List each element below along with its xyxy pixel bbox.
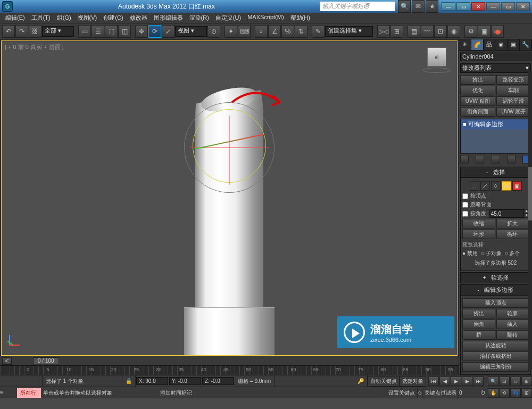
byangle-checkbox[interactable]: 按角度:	[462, 210, 488, 217]
btn-extrudespline[interactable]: 沿样条线挤出	[462, 351, 529, 361]
byvertex-checkbox[interactable]: 按顶点	[462, 192, 529, 200]
pctsnap-icon[interactable]: %	[281, 25, 294, 38]
renderframe-icon[interactable]: ▣	[478, 25, 491, 38]
close2-button[interactable]: ✕	[516, 2, 530, 11]
subobj-polygon-icon[interactable]: ■	[502, 181, 511, 191]
maxtoggle-icon[interactable]: ⊞	[521, 388, 532, 398]
viewcube-compass[interactable]	[423, 68, 451, 73]
orbit-icon[interactable]: ⟲	[499, 388, 510, 398]
btn-extrude[interactable]: 挤出	[460, 75, 495, 85]
layers-icon[interactable]: ▤	[408, 25, 420, 38]
menu-edit[interactable]: 编辑(E)	[2, 13, 28, 23]
move-icon[interactable]: ✥	[135, 25, 148, 38]
btn-uvwunwrap[interactable]: UVW 展开	[496, 107, 531, 117]
object-name-input[interactable]	[460, 52, 532, 61]
radio-subobj[interactable]: ○ 子对象	[481, 250, 502, 257]
prev-frame-icon[interactable]: ◀	[439, 377, 450, 386]
btn-inset[interactable]: 插入	[496, 320, 529, 329]
btn-ring[interactable]: 环形	[462, 230, 495, 239]
mini-listener[interactable]	[0, 375, 43, 387]
angle-spinner[interactable]	[489, 209, 525, 218]
btn-insertvertex[interactable]: 插入顶点	[462, 298, 529, 308]
track-bar[interactable]: 05101520253035404550556065707580859095	[0, 365, 459, 375]
subobj-element-icon[interactable]: ▣	[512, 181, 522, 191]
btn-bevelprofile[interactable]: 倒角剖面	[460, 107, 495, 117]
goto-start-icon[interactable]: ⏮	[428, 377, 439, 386]
btn-edittri[interactable]: 编辑三角剖分	[462, 362, 529, 372]
zoom-ext-icon[interactable]: ⊞	[521, 377, 532, 386]
btn-shrink[interactable]: 收缩	[462, 219, 495, 228]
pivot-icon[interactable]: ⊙	[207, 25, 220, 38]
minimize-button[interactable]: —	[442, 2, 455, 11]
front-viewport[interactable]: [ + 0 前 0 真实 + 边面 ] 前	[1, 40, 458, 356]
stack-item-editpoly[interactable]: ■ 可编辑多边形	[461, 119, 530, 129]
undo-icon[interactable]: ↶	[2, 25, 15, 38]
tab-modify-icon[interactable]: 🌈	[471, 39, 484, 50]
restore-button[interactable]: ▭	[501, 2, 515, 11]
radio-off[interactable]: ● 禁用	[462, 250, 478, 257]
btn-bridge[interactable]: 桥	[462, 330, 495, 340]
refcoord-dropdown[interactable]: 视图 ▾	[175, 26, 207, 37]
tab-hierarchy-icon[interactable]: 品	[484, 39, 496, 50]
spinnersnap-icon[interactable]: ⇅	[295, 25, 307, 38]
time-slider[interactable]: < 0 / 100	[0, 356, 459, 365]
viewport-label[interactable]: [ + 0 前 0 真实 + 边面 ]	[5, 43, 64, 51]
selection-filter-dropdown[interactable]: 全部 ▾	[42, 26, 74, 37]
menu-group[interactable]: 组(G)	[54, 13, 74, 23]
tab-create-icon[interactable]: ✳	[459, 39, 471, 50]
menu-modifiers[interactable]: 修改器	[127, 13, 151, 23]
pin-stack-icon[interactable]	[460, 155, 469, 163]
btn-optimize[interactable]: 优化	[460, 86, 495, 95]
btn-bevel[interactable]: 倒角	[462, 320, 495, 329]
maximize-button[interactable]: ▭	[456, 2, 470, 11]
gizmo-y-axis[interactable]	[229, 116, 230, 185]
key-mode-icon[interactable]: ◇	[418, 390, 422, 396]
snap-icon[interactable]: 3	[255, 25, 268, 38]
coord-z[interactable]: Z: -0.0	[202, 377, 234, 385]
rotate-icon[interactable]: ⟳	[148, 25, 161, 38]
current-frame[interactable]: 0	[459, 390, 480, 396]
curveeditor-icon[interactable]: 〰	[421, 25, 434, 38]
goto-end-icon[interactable]: ⏭	[473, 377, 484, 386]
fov-icon[interactable]: ▱	[510, 377, 521, 386]
help-search-input[interactable]: 输入关键字或短语	[320, 2, 395, 11]
panel-scrollbar[interactable]	[528, 71, 532, 370]
btn-flip[interactable]: 翻转	[496, 330, 529, 340]
align-icon[interactable]: ⊞	[390, 25, 403, 38]
btn-outline[interactable]: 轮廓	[496, 309, 529, 318]
tab-motion-icon[interactable]: ◉	[495, 39, 508, 50]
make-unique-icon[interactable]	[492, 155, 500, 163]
tab-utilities-icon[interactable]: 🔧	[520, 39, 532, 50]
btn-loop[interactable]: 循环	[496, 230, 529, 239]
keymode-icon[interactable]: ⌨	[238, 25, 251, 38]
menu-views[interactable]: 视图(V)	[74, 13, 101, 23]
menu-rendering[interactable]: 渲染(R)	[186, 13, 212, 23]
ignoreback-checkbox[interactable]: 忽略背面	[462, 201, 529, 208]
comm-center-icon[interactable]: ✉	[412, 0, 425, 13]
show-end-icon[interactable]	[476, 155, 484, 163]
rendersetup-icon[interactable]: ⚙	[464, 25, 477, 38]
namedselset-dropdown[interactable]: 创建选择集 ▾	[325, 26, 373, 37]
btn-hinge[interactable]: 从边旋转	[462, 341, 529, 350]
autokey-button[interactable]: 自动关键点	[368, 376, 400, 387]
menu-maxscript[interactable]: MAXScript(M)	[244, 13, 287, 23]
subobj-vertex-icon[interactable]: ∴	[470, 181, 479, 191]
modifier-list-dropdown[interactable]: 修改器列表▾	[460, 63, 531, 73]
window-cross-icon[interactable]: ◫	[118, 25, 131, 38]
play-icon[interactable]: ▶	[451, 377, 461, 386]
add-time-tag[interactable]: 添加时间标记	[160, 389, 192, 397]
matedit-icon[interactable]: ◉	[447, 25, 460, 38]
viewcube[interactable]: 前	[427, 47, 446, 67]
setkey-button[interactable]: 设置关键点	[386, 388, 418, 398]
btn-uvwmap[interactable]: UVW 贴图	[460, 96, 495, 106]
tab-display-icon[interactable]: ▣	[508, 39, 520, 50]
modifier-stack[interactable]: ■ 可编辑多边形	[460, 119, 531, 154]
btn-extrude2[interactable]: 挤出	[462, 309, 495, 318]
btn-pathdeform[interactable]: 路径变形	[496, 75, 531, 85]
render-icon[interactable]: 🫖	[491, 25, 504, 38]
selkey-dropdown[interactable]: 选定对象	[400, 376, 426, 387]
menu-help[interactable]: 帮助(H)	[287, 13, 313, 23]
fav-icon[interactable]: ★	[426, 0, 438, 13]
menu-tools[interactable]: 工具(T)	[28, 13, 54, 23]
time-cfg-icon[interactable]: <	[2, 357, 12, 365]
